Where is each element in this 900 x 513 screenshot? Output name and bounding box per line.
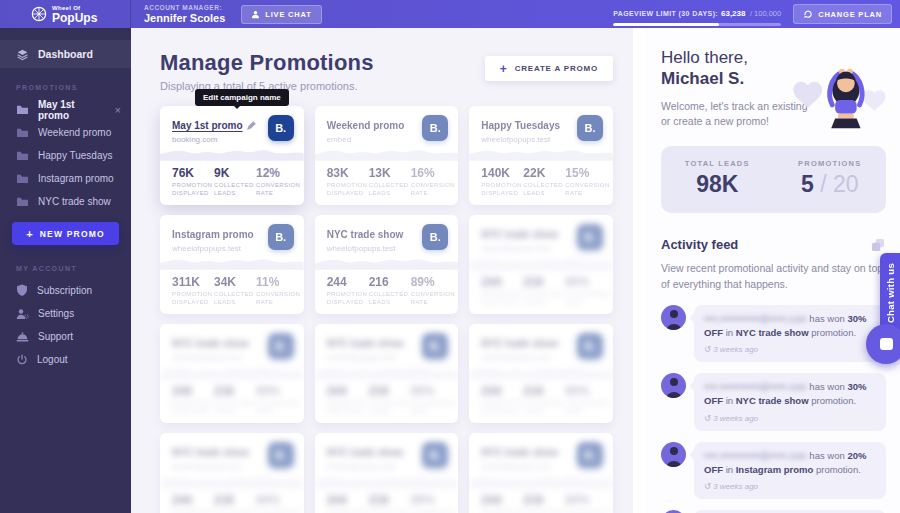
promo-card-domain: wheelofpopups.test [172,462,249,471]
live-chat-label: LIVE CHAT [265,10,311,19]
stat-rate-value: 12% [256,166,298,180]
app-window: Wheel Of PopUps ACCOUNT MANAGER: Jennife… [0,0,900,513]
edit-pencil-icon[interactable] [247,121,256,130]
mini-area-chart [315,144,459,160]
feed-text-won: has won [809,381,844,392]
booking-logo: B. [577,442,603,468]
stat-displayed-value: 244 [172,384,214,398]
stat-leads-value: 216 [523,384,565,398]
promo-card[interactable]: NYC trade show wheelofpopups.test B. 244… [469,215,613,314]
history-icon: ↺ [704,344,711,354]
user-name: Michael S. [661,69,744,88]
stat-rate-value: 89% [256,384,298,398]
stat-rate-value: 11% [256,275,298,289]
sidebar-item-logout[interactable]: Logout [0,348,131,371]
feed-text-won: has won [809,450,844,461]
folder-icon [16,196,29,207]
promo-card[interactable]: NYC trade show wheelofpopups.test B. 244… [469,433,613,513]
sidebar-item-promo-happy-tuesdays[interactable]: Happy Tuesdays [0,144,131,167]
mini-area-chart [469,471,613,487]
stat-displayed-label: PROMOTION DISPLAYED [481,182,523,198]
main-content: Manage Promotions Displaying a total of … [131,28,645,513]
stat-leads-value: 216 [214,493,256,507]
create-promo-label: CREATE A PROMO [515,64,598,73]
promo-card-domain: wheelofpopups.test [481,353,558,362]
sidebar-item-dashboard[interactable]: Dashboard [0,39,131,69]
stack-copy-icon [871,238,886,252]
stat-leads-value: 216 [214,384,256,398]
sidebar-item-promo-may1st[interactable]: May 1st promo × [0,98,131,121]
promo-card[interactable]: Instagram promo wheelofpopups.test B. 31… [160,215,304,314]
promotions-used: 5 [801,171,814,197]
promo-card[interactable]: NYC trade show wheelofpopups.test B. 244… [160,324,304,423]
stat-displayed-value: 244 [327,275,369,289]
sidebar-item-promo-weekend[interactable]: Weekend promo [0,121,131,144]
edit-campaign-tooltip: Edit campaign name [195,89,289,106]
sidebar-item-settings[interactable]: Settings [0,302,131,325]
stat-rate-value: 89% [411,384,453,398]
new-promo-button[interactable]: + NEW PROMO [12,222,119,245]
promo-card[interactable]: Weekend promo embed B. 83K PROMOTION DIS… [315,106,459,205]
stat-leads-label: COLLECTED LEADS [369,182,411,198]
promo-card[interactable]: NYC trade show wheelofpopups.test B. 244… [315,433,459,513]
promo-card[interactable]: NYC trade show wheelofpopups.test B. 244… [160,433,304,513]
promo-card[interactable]: NYC trade show wheelofpopups.test B. 244… [469,324,613,423]
promo-card[interactable]: Happy Tuesdays wheelofpopups.test B. 140… [469,106,613,205]
brand-logo[interactable]: Wheel Of PopUps [0,0,131,28]
stat-rate-label: CONVERSION RATE [256,400,298,416]
chat-with-us-tab[interactable]: Chat with us [880,253,900,333]
sidebar-item-promo-instagram[interactable]: Instagram promo [0,167,131,190]
right-panel: Hello there, Michael S. Welcome, let's t… [645,28,900,513]
stat-displayed-label: PROMOTION DISPLAYED [172,400,214,416]
promo-card-domain: wheelofpopups.test [172,353,249,362]
content-divider [633,28,645,513]
brand-line2: PopUps [52,12,97,24]
stat-displayed-value: 83K [327,166,369,180]
promo-card-domain: embed [327,135,405,144]
greeting-line: Hello there, [661,48,748,67]
my-account-section-label: MY ACCOUNT [0,265,131,272]
stat-rate-value: 16% [411,166,453,180]
promo-card-domain: booking.com [172,135,256,144]
sidebar: Dashboard PROMOTIONS May 1st promo × Wee… [0,28,131,513]
chat-icon [880,338,893,350]
shield-icon [16,284,28,297]
stat-rate-label: CONVERSION RATE [256,291,298,307]
stat-rate-label: CONVERSION RATE [565,291,607,307]
avatar [661,442,686,467]
support-bell-icon [16,331,29,342]
stat-rate-label: CONVERSION RATE [411,400,453,416]
stat-leads-value: 22K [523,166,565,180]
booking-logo: B. [422,115,448,141]
mini-area-chart [315,471,459,487]
sidebar-item-subscription[interactable]: Subscription [0,279,131,302]
stat-leads-label: COLLECTED LEADS [369,291,411,307]
promo-card[interactable]: NYC trade show wheelofpopups.test B. 244… [315,324,459,423]
pageview-limit-label: PAGEVIEW LIMIT (30 DAYS): [613,10,718,17]
chat-bubble-button[interactable] [866,324,900,364]
pageview-total: / 100,000 [750,9,781,18]
promo-card[interactable]: NYC trade show wheelofpopups.test B. 244… [315,215,459,314]
mini-area-chart [469,253,613,269]
sidebar-item-support[interactable]: Support [0,325,131,348]
live-chat-button[interactable]: LIVE CHAT [241,5,321,24]
change-plan-button[interactable]: CHANGE PLAN [793,4,892,24]
page-title: Manage Promotions [160,50,374,76]
history-icon: ↺ [704,413,711,423]
promotions-label: PROMOTIONS [774,159,887,168]
promo-card[interactable]: May 1st promo booking.com B. 76K PROMOTI… [160,106,304,205]
close-icon[interactable]: × [115,104,121,116]
feed-text-in: in [726,464,733,475]
feed-text-promotion: promotion. [816,464,861,475]
sidebar-item-promo-nyc[interactable]: NYC trade show [0,190,131,213]
stat-leads-label: COLLECTED LEADS [523,400,565,416]
heart-hands-illustration [792,54,890,142]
create-promo-button[interactable]: + CREATE A PROMO [485,56,613,81]
booking-logo: B. [577,115,603,141]
booking-logo: B. [268,115,294,141]
stat-displayed-value: 244 [327,493,369,507]
stat-rate-value: 89% [565,493,607,507]
history-icon: ↺ [704,481,711,491]
stat-rate-label: CONVERSION RATE [411,291,453,307]
stat-rate-label: CONVERSION RATE [411,182,453,198]
